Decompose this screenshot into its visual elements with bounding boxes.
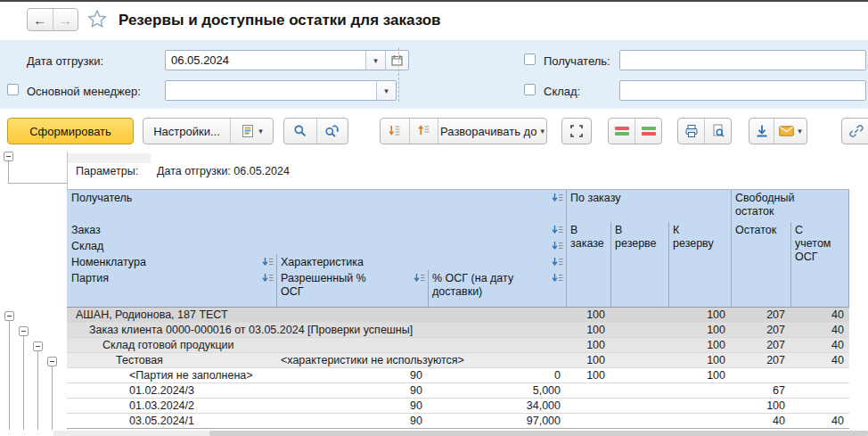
cell-in-reserve[interactable] — [610, 368, 668, 383]
row-label[interactable]: АШАН, Родионова, 187 ТЕСТ — [67, 308, 566, 322]
recipient-input[interactable] — [620, 51, 865, 70]
horizontal-scrollbar[interactable] — [53, 431, 868, 436]
row-label[interactable]: 01.02.2024/3 — [67, 383, 276, 398]
sort-icon[interactable] — [414, 273, 425, 283]
cell-balance[interactable]: 100 — [731, 399, 790, 413]
sort-icon[interactable] — [552, 241, 563, 251]
cell-in-order[interactable]: 100 — [566, 323, 610, 337]
cell-with-osg[interactable]: 40 — [790, 338, 849, 352]
find-button[interactable] — [284, 119, 316, 144]
cell-to-reserve[interactable]: 100 — [668, 323, 731, 337]
save-file-button[interactable] — [749, 119, 774, 144]
collapse-group3-icon[interactable] — [33, 341, 43, 351]
report-variants-button[interactable]: ▾ — [230, 119, 273, 144]
cell-with-osg[interactable]: 40 — [790, 308, 849, 322]
cell-balance[interactable] — [731, 368, 790, 383]
cell-to-reserve[interactable]: 100 — [668, 308, 731, 322]
cell-in-reserve[interactable] — [610, 308, 668, 322]
header-in-order[interactable]: В заказе — [566, 222, 610, 308]
cell-to-reserve[interactable] — [668, 399, 731, 413]
sort-icon[interactable] — [552, 225, 563, 234]
collapse-all-button[interactable] — [409, 119, 438, 144]
ship-date-input[interactable] — [166, 51, 365, 70]
header-by-order[interactable]: По заказу — [566, 190, 731, 222]
header-warehouse[interactable]: Склад — [67, 238, 566, 254]
collapse-group2-icon[interactable] — [19, 326, 29, 336]
highlight-positive-button[interactable] — [635, 119, 661, 144]
cell-with-osg[interactable]: 40 — [790, 323, 849, 337]
fullscreen-button[interactable] — [561, 118, 592, 144]
send-email-button[interactable]: ▾ — [774, 119, 807, 144]
warehouse-input[interactable] — [620, 81, 865, 100]
table-row-group1[interactable]: АШАН, Родионова, 187 ТЕСТ 100 100 207 40 — [67, 308, 849, 323]
cell-balance[interactable]: 207 — [731, 323, 790, 337]
row-label[interactable]: Заказ клиента 0000-000016 от 03.05.2024 … — [67, 323, 566, 337]
horizontal-scrollbar-thumb[interactable] — [209, 431, 868, 436]
table-row-group4[interactable]: Тестовая <характеристики не используются… — [67, 353, 849, 368]
row-label[interactable]: Склад готовой продукции — [67, 338, 566, 352]
cell-in-reserve[interactable] — [610, 338, 668, 352]
header-nomenclature[interactable]: Номенклатура — [67, 254, 276, 270]
row-label[interactable]: Тестовая — [67, 353, 276, 367]
table-row-batch[interactable]: 01.02.2024/3 90 5,000 67 — [67, 383, 849, 399]
sort-icon[interactable] — [552, 257, 563, 267]
table-row-group2[interactable]: Заказ клиента 0000-000016 от 03.05.2024 … — [67, 323, 849, 338]
find-next-button[interactable] — [316, 119, 348, 144]
print-preview-button[interactable] — [704, 119, 731, 144]
row-label[interactable]: <Партия не заполнена> — [67, 368, 276, 383]
table-row-batch[interactable]: <Партия не заполнена> 90 0 100 100 — [67, 368, 849, 383]
forward-button[interactable]: → — [53, 9, 78, 30]
cell-balance[interactable]: 207 — [731, 353, 790, 367]
table-row-group3[interactable]: Склад готовой продукции 100 100 207 40 — [67, 338, 849, 353]
collapse-group1-icon[interactable] — [4, 311, 14, 321]
header-order[interactable]: Заказ — [67, 222, 566, 238]
collapse-group4-icon[interactable] — [47, 357, 57, 366]
header-balance[interactable]: Остаток — [731, 222, 790, 308]
cell-to-reserve[interactable]: 100 — [668, 338, 731, 352]
cell-with-osg[interactable] — [790, 383, 849, 398]
cell-in-reserve[interactable] — [610, 353, 668, 367]
manager-checkbox[interactable] — [7, 84, 19, 95]
expand-all-button[interactable] — [381, 119, 409, 144]
cell-to-reserve[interactable] — [668, 383, 731, 398]
generate-button[interactable]: Сформировать — [7, 118, 134, 144]
cell-allowed-osg[interactable]: 90 — [276, 368, 428, 383]
cell-in-reserve[interactable] — [610, 323, 668, 337]
table-row-batch[interactable]: 03.05.2024/1 90 97,000 40 40 — [67, 414, 849, 429]
manager-dropdown-button[interactable]: ▾ — [376, 81, 396, 100]
cell-with-osg[interactable] — [790, 368, 849, 383]
cell-in-order[interactable]: 100 — [566, 368, 610, 383]
cell-osg-on-delivery[interactable]: 34,000 — [428, 399, 566, 413]
collapse-report-icon[interactable] — [4, 152, 13, 161]
row-label[interactable]: 01.03.2024/2 — [67, 399, 276, 413]
cell-in-order[interactable] — [566, 414, 610, 428]
back-button[interactable]: ← — [28, 9, 53, 30]
cell-to-reserve[interactable] — [668, 414, 731, 428]
cell-osg-on-delivery[interactable]: 0 — [428, 368, 566, 383]
header-osg-on-delivery[interactable]: % ОСГ (на дату доставки) — [428, 270, 566, 308]
cell-allowed-osg[interactable]: 90 — [276, 399, 428, 413]
header-characteristic[interactable]: Характеристика — [276, 254, 566, 270]
header-allowed-osg[interactable]: Разрешенный % ОСГ — [276, 270, 428, 308]
header-recipient[interactable]: Получатель — [67, 190, 566, 222]
cell-balance[interactable]: 67 — [731, 383, 790, 398]
ship-date-dropdown-button[interactable]: ▾ — [365, 51, 385, 70]
cell-in-reserve[interactable] — [610, 383, 668, 398]
header-free-balance[interactable]: Свободный остаток — [731, 190, 848, 222]
header-in-reserve[interactable]: В резерве — [610, 222, 668, 308]
cell-allowed-osg[interactable]: 90 — [276, 414, 428, 428]
get-link-button[interactable] — [841, 118, 868, 144]
header-with-osg[interactable]: С учетом ОСГ — [790, 222, 848, 308]
recipient-checkbox[interactable] — [524, 53, 536, 65]
sort-icon[interactable] — [552, 193, 563, 202]
cell-allowed-osg[interactable]: 90 — [276, 383, 428, 398]
cell-characteristic[interactable]: <характеристики не используются> — [276, 353, 566, 367]
cell-in-reserve[interactable] — [610, 414, 668, 428]
cell-in-order[interactable] — [566, 399, 610, 413]
row-label[interactable]: 03.05.2024/1 — [67, 414, 276, 428]
cell-balance[interactable]: 207 — [731, 338, 790, 352]
cell-balance[interactable]: 40 — [731, 414, 790, 428]
cell-osg-on-delivery[interactable]: 5,000 — [428, 383, 566, 398]
settings-button[interactable]: Настройки... — [143, 119, 230, 144]
warehouse-checkbox[interactable] — [524, 84, 536, 95]
